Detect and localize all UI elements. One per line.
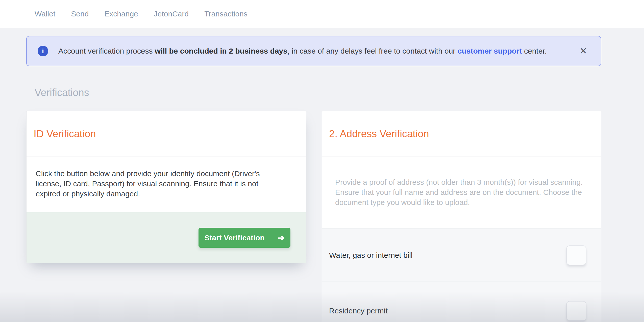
- id-card-action-section: Start Verification ➔: [27, 212, 306, 263]
- customer-support-link[interactable]: customer support: [458, 47, 522, 55]
- option-checkbox-residency-permit[interactable]: [566, 301, 586, 321]
- banner-text-bold: will be concluded in 2 business days: [155, 47, 287, 55]
- nav-item-wallet[interactable]: Wallet: [35, 10, 55, 18]
- verification-info-banner: i Account verification process will be c…: [26, 36, 601, 66]
- option-label-residency-permit: Residency permit: [329, 307, 388, 315]
- option-label-utility-bill: Water, gas or internet bill: [329, 251, 413, 260]
- close-icon[interactable]: ✕: [579, 45, 588, 57]
- id-card-description: Click the button below and provide your …: [27, 156, 306, 212]
- nav-item-send[interactable]: Send: [71, 10, 89, 18]
- id-card-header: ID Verification: [27, 111, 306, 156]
- nav-item-jetoncard[interactable]: JetonCard: [154, 10, 189, 18]
- id-card-title: ID Verification: [34, 128, 96, 140]
- address-card-description: Provide a proof of address (not older th…: [322, 156, 601, 229]
- banner-text-part: center.: [522, 47, 547, 55]
- banner-text-part: , in case of any delays feel free to con…: [287, 47, 458, 55]
- banner-message: Account verification process will be con…: [58, 47, 547, 55]
- start-verification-label: Start Verification: [204, 234, 264, 242]
- nav-item-exchange[interactable]: Exchange: [104, 10, 138, 18]
- option-checkbox-utility-bill[interactable]: [566, 245, 586, 265]
- document-option-row[interactable]: Water, gas or internet bill: [322, 229, 601, 282]
- top-navbar: Wallet Send Exchange JetonCard Transacti…: [0, 0, 644, 28]
- document-option-row[interactable]: Residency permit: [322, 282, 601, 322]
- info-icon: i: [38, 46, 48, 56]
- address-verification-card: 2. Address Verification Provide a proof …: [322, 111, 601, 322]
- address-card-title: 2. Address Verification: [329, 128, 429, 140]
- id-verification-card: ID Verification Click the button below a…: [26, 111, 306, 263]
- page-title: Verifications: [35, 87, 89, 98]
- start-verification-button[interactable]: Start Verification ➔: [199, 228, 290, 248]
- arrow-right-icon: ➔: [278, 234, 285, 242]
- address-card-header: 2. Address Verification: [322, 111, 601, 156]
- banner-text-part: Account verification process: [58, 47, 155, 55]
- nav-item-transactions[interactable]: Transactions: [204, 10, 247, 18]
